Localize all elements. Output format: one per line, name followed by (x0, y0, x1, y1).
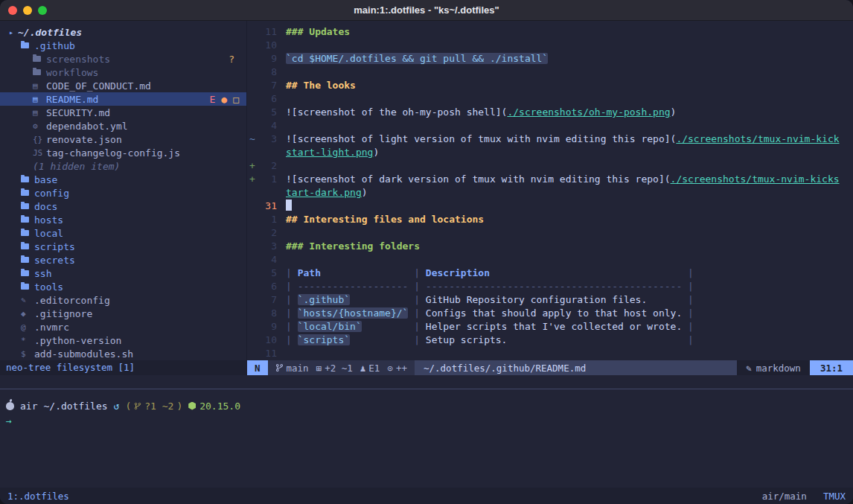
tree-item-python-version[interactable]: * .python-version (0, 334, 246, 347)
tree-item-gitignore[interactable]: ◆ .gitignore (0, 307, 246, 320)
editor-line[interactable]: 7 ## The looks (247, 79, 853, 92)
apple-icon (6, 402, 14, 410)
editor-line[interactable]: 5 ![screenshot of the oh-my-posh shell](… (247, 106, 853, 119)
diagnostics-group: ♟ E1 (360, 363, 380, 374)
tree-item-editorconfig[interactable]: ✎ .editorconfig (0, 293, 246, 307)
diagnostics-icon: ♟ (360, 363, 366, 374)
tree-item-hosts[interactable]: hosts (0, 213, 246, 226)
editor-line[interactable]: 3 ### Interesting folders (247, 240, 853, 253)
tree-item-nvmrc[interactable]: @ .nvmrc (0, 320, 246, 334)
cursor-block (286, 200, 292, 211)
markdown-link[interactable]: ./screenshots/oh-my-posh.png (507, 106, 670, 118)
editor-table-row[interactable]: 9 | `local/bin` | Helper scripts that I'… (247, 320, 853, 334)
tree-hidden-items-note[interactable]: (1 hidden item) (0, 159, 246, 173)
editor-table-rule[interactable]: 6 | ------------------- | --------------… (247, 280, 853, 293)
editor-table-row[interactable]: 7 | `.github` | GitHub Repository config… (247, 293, 853, 307)
branch-name: main (287, 363, 309, 374)
tree-item-tools[interactable]: tools (0, 280, 246, 293)
cursor-position: 31:1 (810, 360, 853, 375)
tree-item-base[interactable]: base (0, 173, 246, 186)
gitsign-add: + (247, 173, 258, 186)
tree-item-workflows[interactable]: workflows (0, 66, 246, 79)
tree-item-security[interactable]: ▤ SECURITY.md (0, 106, 246, 119)
folder-icon (21, 203, 29, 209)
editor-line-wrap[interactable]: start-light.png) (247, 146, 853, 159)
asterisk-icon: * (21, 336, 34, 345)
tree-item-scripts[interactable]: scripts (0, 240, 246, 253)
inline-code: `cd $HOME/.dotfiles && git pull && ./ins… (286, 53, 548, 64)
lsp-group: ⊙ ++ (387, 363, 407, 374)
tree-item-dependabot[interactable]: ⚙ dependabot.yml (0, 119, 246, 133)
neotree-statusline: neo-tree filesystem [1] (0, 360, 247, 375)
folder-icon (21, 190, 29, 196)
branch-icon (275, 363, 284, 372)
editor-line[interactable]: 9 `cd $HOME/.dotfiles && git pull && ./i… (247, 52, 853, 66)
editor-line[interactable]: +1 ![screenshot of dark version of tmux … (247, 173, 853, 186)
folder-icon (21, 270, 29, 276)
tree-item-ssh[interactable]: ssh (0, 267, 246, 280)
markdown-link[interactable]: ./screenshots/tmux-nvim-kicks (671, 173, 840, 185)
branch-icon (134, 402, 141, 410)
git-untracked-marker: ? (229, 54, 234, 65)
tree-item-github[interactable]: .github (0, 39, 246, 52)
tree-item-tag-changelog[interactable]: JS tag-changelog-config.js (0, 146, 246, 159)
tree-item-readme[interactable]: ▤ README.md E ● □ (0, 92, 246, 106)
editor-line[interactable]: ~3 ![screenshot of light version of tmux… (247, 133, 853, 146)
editor-line-wrap[interactable]: tart-dark.png) (247, 186, 853, 200)
editor-line[interactable]: 2 (247, 226, 853, 240)
tree-root[interactable]: ~/.dotfiles (0, 25, 246, 39)
editor-line[interactable]: 1 ## Interesting files and locations (247, 213, 853, 226)
markdown-link[interactable]: start-light.png (286, 147, 373, 158)
prompt-host: air (20, 401, 37, 412)
lualine-statusline: N main ⊞ +2 ~1 ♟ (247, 360, 853, 375)
minimize-button[interactable] (23, 6, 32, 15)
tree-item-code-of-conduct[interactable]: ▤ CODE_OF_CONDUCT.md (0, 79, 246, 92)
editor-line[interactable]: 11 (247, 347, 853, 360)
markdown-file-icon: ▤ (33, 108, 46, 118)
tree-item-docs[interactable]: docs (0, 200, 246, 213)
markdown-link[interactable]: tart-dark.png (286, 187, 362, 198)
tmux-window-item[interactable]: 1:.dotfiles (7, 491, 69, 502)
table-header-description: Description (426, 267, 490, 278)
editor-line[interactable]: 4 (247, 253, 853, 267)
terminal-content: ~/.dotfiles .github screenshots ? (0, 21, 853, 504)
editor-table-row[interactable]: 10 | `scripts` | Setup scripts. | (247, 334, 853, 347)
inline-code: `hosts/{hostname}/` (298, 307, 409, 319)
lsp-status: ++ (396, 363, 407, 374)
editor-line[interactable]: 8 (247, 66, 853, 79)
editor-line[interactable]: 4 (247, 119, 853, 133)
tree-item-local[interactable]: local (0, 226, 246, 240)
close-button[interactable] (8, 6, 17, 15)
editor-line[interactable]: 6 (247, 92, 853, 106)
heading-2: ## The looks (286, 80, 356, 91)
folder-icon (21, 42, 29, 48)
editor-table-header[interactable]: 5 | Path | Description | (247, 267, 853, 280)
tree-item-screenshots[interactable]: screenshots ? (0, 52, 246, 66)
tree-root-label: ~/.dotfiles (18, 27, 82, 38)
editor-table-row[interactable]: 8 | `hosts/{hostname}/` | Configs that s… (247, 307, 853, 320)
nvim-cmdline (0, 375, 853, 389)
tree-item-add-submodules[interactable]: $ add-submodules.sh (0, 347, 246, 360)
modified-dot-icon: ● (221, 94, 227, 105)
markdown-file-icon: ▤ (33, 81, 46, 91)
gitsign-change: ~ (247, 133, 258, 146)
folder-icon (21, 176, 29, 182)
tree-item-secrets[interactable]: secrets (0, 253, 246, 267)
folder-icon (21, 243, 29, 249)
tree-item-config[interactable]: config (0, 186, 246, 200)
editor-line[interactable]: 11 ### Updates (247, 25, 853, 39)
folder-icon (21, 284, 29, 290)
gear-icon: ⚙ (33, 121, 46, 131)
markdown-link[interactable]: ./screenshots/tmux-nvim-kick (676, 133, 839, 144)
zoom-button[interactable] (38, 6, 47, 15)
editor-buffer: 11 ### Updates 10 9 `cd $HOME/.dotfiles … (247, 21, 853, 360)
node-version: 20.15.0 (199, 401, 240, 412)
editor-cursor-line[interactable]: 31 (247, 200, 853, 213)
editor-line[interactable]: +2 (247, 159, 853, 173)
expand-arrow-icon (9, 28, 13, 36)
tree-item-renovate[interactable]: {} renovate.json (0, 133, 246, 146)
filetype-icon: ✎ (746, 363, 752, 374)
shell-pane[interactable]: air ~/.dotfiles ↺ ( ?1 ~2 ) 20.15.0 (0, 389, 853, 488)
neotree-sidebar: ~/.dotfiles .github screenshots ? (0, 21, 246, 360)
editor-line[interactable]: 10 (247, 39, 853, 52)
